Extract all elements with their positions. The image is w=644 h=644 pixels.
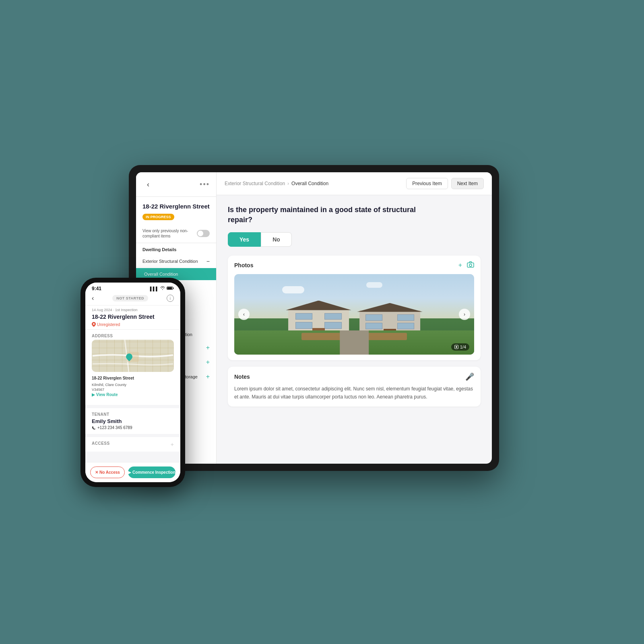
yes-button[interactable]: Yes bbox=[228, 232, 261, 247]
photos-actions: + bbox=[458, 261, 474, 269]
photos-title: Photos bbox=[234, 262, 253, 268]
view-route-link[interactable]: ▶ View Route bbox=[85, 392, 180, 401]
house-photo bbox=[234, 274, 474, 355]
microphone-icon[interactable]: 🎤 bbox=[465, 372, 474, 381]
topbar-navigation: Previous Item Next Item bbox=[406, 178, 484, 189]
status-badge: IN PROGRESS bbox=[142, 214, 174, 220]
svg-rect-6 bbox=[173, 288, 174, 289]
phone-time: 9:41 bbox=[92, 286, 101, 291]
phone-status-bar: 9:41 ▌▌▌ bbox=[85, 283, 180, 293]
phone-access-section: Access + bbox=[85, 437, 180, 452]
phone-map[interactable] bbox=[92, 340, 174, 372]
wifi-icon bbox=[160, 286, 165, 291]
notes-card: Notes 🎤 Lorem ipsum dolor sit amet, cons… bbox=[228, 367, 481, 406]
phone-address-section: Address bbox=[85, 330, 180, 405]
signal-icon: ▌▌▌ bbox=[150, 287, 159, 291]
svg-point-3 bbox=[456, 346, 457, 348]
sidebar-header: ‹ ••• bbox=[136, 172, 216, 197]
photo-prev-button[interactable]: ‹ bbox=[238, 309, 250, 320]
phone-tenant-name: Emily Smith bbox=[92, 418, 174, 424]
phone-address-sub: Unregistered bbox=[85, 322, 180, 330]
phone-tenant-section: Tenant Emily Smith +123 234 345 6789 bbox=[85, 408, 180, 434]
phone-section-address-title: Address bbox=[85, 330, 180, 340]
phone-screen: 9:41 ▌▌▌ ‹ NOT STARTED i 14 Aug 202 bbox=[85, 283, 180, 482]
svg-rect-7 bbox=[167, 287, 172, 289]
collapse-icon: − bbox=[206, 258, 210, 264]
previous-item-button[interactable]: Previous Item bbox=[406, 178, 448, 189]
phone-scroll-area[interactable]: Address bbox=[85, 330, 180, 462]
phone-map-address-line3: V34567 bbox=[85, 388, 180, 392]
phone-access-label: Access bbox=[92, 441, 110, 448]
photos-header: Photos + bbox=[234, 261, 474, 269]
phone-address-block: 18-22 Riverglenn Street bbox=[85, 313, 180, 322]
phone-tenant-label: Tenant bbox=[92, 412, 174, 417]
no-access-button[interactable]: ✕ No Access bbox=[90, 466, 125, 478]
expand-icon-2: + bbox=[206, 359, 210, 366]
sidebar-address-block: 18-22 Riverglenn Street IN PROGRESS bbox=[136, 197, 216, 227]
toggle-label: View only previously non-compliant items bbox=[142, 228, 194, 239]
question-title: Is the property maintained in a good sta… bbox=[228, 205, 421, 225]
phone-device: 9:41 ▌▌▌ ‹ NOT STARTED i 14 Aug 202 bbox=[80, 278, 185, 487]
add-photo-icon[interactable]: + bbox=[458, 262, 462, 269]
phone-date-inspection: 14 Aug 2024 · 1st Inspection bbox=[85, 305, 180, 313]
phone-map-address-line2: Kilmihil, Clare County bbox=[85, 383, 180, 388]
expand-icon-3: + bbox=[206, 373, 210, 380]
phone-tenant-phone: +123 234 345 6789 bbox=[92, 425, 174, 430]
photo-counter: 1/4 bbox=[451, 343, 469, 351]
sidebar-back-button[interactable]: ‹ bbox=[142, 179, 154, 190]
tablet-content-area: Is the property maintained in a good sta… bbox=[217, 195, 492, 464]
phone-address-text: 18-22 Riverglenn Street bbox=[92, 314, 174, 320]
phone-status-badge: NOT STARTED bbox=[112, 295, 148, 301]
expand-icon: + bbox=[206, 344, 210, 351]
breadcrumb-separator: › bbox=[287, 181, 289, 186]
sidebar-item-exterior-structural[interactable]: Exterior Structural Condition − bbox=[136, 254, 216, 268]
tablet-topbar: Exterior Structural Condition › Overall … bbox=[217, 172, 492, 195]
phone-status-icons: ▌▌▌ bbox=[150, 286, 174, 291]
commence-inspection-button[interactable]: ▶ Commence Inspection bbox=[128, 466, 175, 478]
non-compliant-toggle[interactable] bbox=[197, 230, 210, 237]
phone-back-button[interactable]: ‹ bbox=[92, 295, 94, 302]
tablet-screen: ‹ ••• 18-22 Riverglenn Street IN PROGRES… bbox=[136, 172, 492, 464]
sidebar-menu-button[interactable]: ••• bbox=[200, 180, 210, 189]
phone-map-inner bbox=[92, 340, 174, 372]
breadcrumb-current: Overall Condition bbox=[291, 181, 328, 186]
sidebar-address-text: 18-22 Riverglenn Street bbox=[142, 202, 210, 211]
svg-point-4 bbox=[162, 289, 163, 290]
yes-no-toggle: Yes No bbox=[228, 232, 481, 247]
sidebar-section-title: Dwelling Details bbox=[136, 243, 216, 254]
no-button[interactable]: No bbox=[261, 232, 292, 247]
phone-footer: ✕ No Access ▶ Commence Inspection bbox=[85, 462, 180, 482]
notes-header: Notes 🎤 bbox=[234, 372, 474, 381]
photo-next-button[interactable]: › bbox=[459, 309, 470, 320]
photo-container: ‹ › 1/4 bbox=[234, 274, 474, 355]
phone-map-address-line1: 18-22 Riverglen Street bbox=[85, 376, 180, 383]
toggle-row: View only previously non-compliant items bbox=[136, 227, 216, 243]
phone-nav-bar: ‹ NOT STARTED i bbox=[85, 293, 180, 305]
access-expand-icon: + bbox=[171, 441, 174, 448]
phone-info-button[interactable]: i bbox=[167, 295, 174, 302]
breadcrumb-parent[interactable]: Exterior Structural Condition bbox=[225, 181, 285, 186]
notes-title: Notes bbox=[234, 374, 250, 380]
phone-unregistered-label: Unregistered bbox=[97, 322, 120, 327]
notes-text: Lorem ipsum dolor sit amet, consectetur … bbox=[234, 385, 474, 400]
battery-icon bbox=[167, 286, 174, 291]
tablet-main-content: Exterior Structural Condition › Overall … bbox=[217, 172, 492, 464]
camera-icon[interactable] bbox=[467, 261, 474, 269]
svg-point-1 bbox=[469, 264, 472, 266]
breadcrumb: Exterior Structural Condition › Overall … bbox=[225, 181, 328, 186]
next-item-button[interactable]: Next Item bbox=[451, 178, 484, 189]
photos-card: Photos + bbox=[228, 256, 481, 360]
